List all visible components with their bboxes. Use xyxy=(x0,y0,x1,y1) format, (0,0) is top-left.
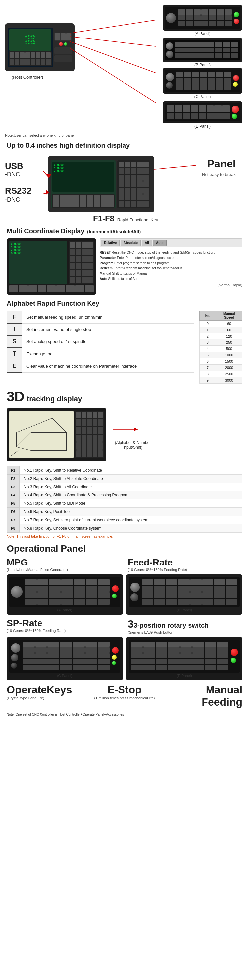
rotary-title: 33-position rotary switch xyxy=(128,618,243,630)
tracking-content: (Alphabet & NumberInput/Shift) xyxy=(6,408,243,461)
feedrate-title: Feed-Rate xyxy=(128,557,243,568)
speed-row: 8 2500 xyxy=(200,371,243,377)
manual-feeding-section: ManualFeeding xyxy=(164,684,243,708)
normal-rapid-label: (Normal/Rapid) xyxy=(100,283,243,287)
page-wrapper: X 0.000Y 0.000Z 0.000A 0.000 xyxy=(0,0,249,723)
panel-c-container: (C Panel) xyxy=(163,68,243,99)
sprate-title: SP-Rate xyxy=(6,618,121,628)
op-panel-b-inner xyxy=(129,577,240,607)
f-key-label: F3 xyxy=(7,482,19,491)
mpg-title: MPG xyxy=(6,557,121,568)
panel-a-inner xyxy=(165,7,240,29)
panel-a-container: (A Panel) xyxy=(163,5,243,36)
manual-speed-table: No. ManualSpeed 0 60 1 60 2 120 3 250 4 … xyxy=(199,311,243,383)
alphabet-key-letter: F xyxy=(7,311,22,323)
svg-line-3 xyxy=(70,48,156,103)
panel-a-box xyxy=(163,5,243,30)
f-key-desc: No.3 Rapid Key, Shift to All Coordinate xyxy=(19,482,243,491)
op-panels-row2: (C Panel) (E Panel xyxy=(6,637,243,680)
f-key-row: F3 No.3 Rapid Key, Shift to All Coordina… xyxy=(7,482,243,491)
speed-row: 4 500 xyxy=(200,346,243,352)
speed-row: 9 3000 xyxy=(200,377,243,383)
alphabet-title: Alphabet Rapid Function Key xyxy=(6,300,243,307)
controller-detail-section: X 0.000Y 0.000Z 0.000 USB -DNC xyxy=(0,153,249,222)
operational-title: Operational Panel xyxy=(6,543,243,554)
panel-a-label: (A Panel) xyxy=(163,31,243,36)
display-feature-section: Up to 8.4 inches high definition display xyxy=(0,140,249,153)
f-key-row: F4 No.4 Rapid Key, Shift to Coordinate &… xyxy=(7,491,243,499)
tracking-title: 3D tracking display xyxy=(6,389,243,404)
f-key-table: F1 No.1 Rapid Key, Shift to Relative Coo… xyxy=(6,466,243,533)
speed-no: 5 xyxy=(200,352,217,358)
mpg-feature: MPG (Handwheel/Manual Pulse Generator) xyxy=(6,557,121,572)
op-features-row1: MPG (Handwheel/Manual Pulse Generator) F… xyxy=(6,557,243,572)
speed-no: 3 xyxy=(200,339,217,346)
manual-speed-section: No. ManualSpeed 0 60 1 60 2 120 3 250 4 … xyxy=(199,311,243,383)
panel-c-label: (C Panel) xyxy=(163,94,243,99)
alphabet-key-row: F Set manual feeding speed, unit:mm/min xyxy=(7,311,194,323)
f-key-label: F7 xyxy=(7,516,19,524)
panel-b-inner xyxy=(165,40,240,60)
f-key-row: F8 No.8 Rapid Key, Choose Coordinate sys… xyxy=(7,524,243,532)
alphabet-key-letter: T xyxy=(7,348,22,360)
alphabet-key-letter: I xyxy=(7,323,22,336)
multi-coord-section: Multi Coordinate Display_(Increment/Abso… xyxy=(0,226,249,298)
feedrate-sub: (16 Gears: 0%~150% Feeding Rate) xyxy=(128,568,243,572)
speed-no: 9 xyxy=(200,377,217,383)
mpg-sub: (Handwheel/Manual Pulse Generator) xyxy=(6,568,121,572)
top-section: X 0.000Y 0.000Z 0.000A 0.000 xyxy=(0,3,249,133)
speed-row: 7 2000 xyxy=(200,365,243,371)
f-key-label: F4 xyxy=(7,491,19,499)
speed-val: 250 xyxy=(216,339,243,346)
op-panel-b-label: (B Panel) xyxy=(129,608,240,612)
alphabet-key-row: T Exchange tool xyxy=(7,348,194,360)
speed-val: 500 xyxy=(216,346,243,352)
svg-line-2 xyxy=(70,41,156,73)
host-controller-label: (Host Controller) xyxy=(12,75,43,80)
usb-label: USB xyxy=(5,161,23,171)
alphabet-keys-table: F Set manual feeding speed, unit:mm/min … xyxy=(6,311,194,373)
manual-feeding-title: ManualFeeding xyxy=(164,684,243,708)
op-features-row2: SP-Rate (16 Gears: 0%~150% Feeding Rate)… xyxy=(6,618,243,634)
panel-e-box xyxy=(163,101,243,124)
panel-c-box xyxy=(163,68,243,94)
f-key-desc: No.8 Rapid Key, Choose Coordinate system xyxy=(19,524,243,532)
f-key-label: F1 xyxy=(7,466,19,474)
op-panel-a-box: (A Panel) xyxy=(6,574,123,615)
coord-right-section: Relative Absolute All Auto RESET Reset t… xyxy=(100,238,243,287)
usb-sub-label: -DNC xyxy=(5,171,20,178)
estop-title: E-Stop xyxy=(85,684,164,696)
cnc-display-box: X 0.000Y 0.000Z 0.000A 0.000 xyxy=(6,238,96,295)
bottom-labels-row: OperateKeys (Crystal type,Long Life) E-S… xyxy=(6,684,243,708)
op-panel-a-inner xyxy=(9,577,120,607)
tracking-input-label: (Alphabet & NumberInput/Shift) xyxy=(111,441,154,450)
speed-val: 120 xyxy=(216,333,243,339)
coord-key-desc: RESET Reset the CNC mode, stop of the fe… xyxy=(100,250,243,282)
f-key-label: F8 xyxy=(7,524,19,532)
panel-b-label: (B Panel) xyxy=(163,63,243,67)
panel-e-container: (E Panel) xyxy=(163,101,243,129)
alphabet-key-row: S Set analog speed of 1st spindle xyxy=(7,336,194,348)
f-key-desc: No.7 Rapid Key, Set zero point of curren… xyxy=(19,516,243,524)
op-panel-e-label: (E Panel) xyxy=(129,674,240,678)
speed-row: 6 1500 xyxy=(200,358,243,365)
op-panel-b-box: (B Panel) xyxy=(126,574,243,615)
speed-row: 2 120 xyxy=(200,333,243,339)
speed-val: 60 xyxy=(216,327,243,333)
estop-sub: (1 million times press mechanical life) xyxy=(85,696,164,700)
f-key-desc: No.1 Rapid Key, Shift to Relative Coordi… xyxy=(19,466,243,474)
speed-val: 2500 xyxy=(216,371,243,377)
speed-val: 3000 xyxy=(216,377,243,383)
multi-coord-content: X 0.000Y 0.000Z 0.000A 0.000 xyxy=(6,238,243,295)
f-key-row: F5 No.5 Rapid Key, Shift to MDI Mode xyxy=(7,499,243,508)
f1f8-label: F1-F8 xyxy=(93,214,114,223)
speed-no: 6 xyxy=(200,358,217,365)
operate-keys-section: OperateKeys (Crystal type,Long Life) xyxy=(6,684,85,708)
alphabet-key-letter: S xyxy=(7,336,22,348)
f-note: Note: This just take function of F1-F8 o… xyxy=(6,533,243,540)
f-key-desc: No.2 Rapid Key, Shift to Absolute Coordi… xyxy=(19,474,243,482)
alphabet-key-desc: Set increment value of single step xyxy=(22,323,194,336)
alphabet-key-desc: Set manual feeding speed, unit:mm/min xyxy=(22,311,194,323)
speed-val: 1000 xyxy=(216,352,243,358)
f-key-section: F1 No.1 Rapid Key, Shift to Relative Coo… xyxy=(0,464,249,542)
